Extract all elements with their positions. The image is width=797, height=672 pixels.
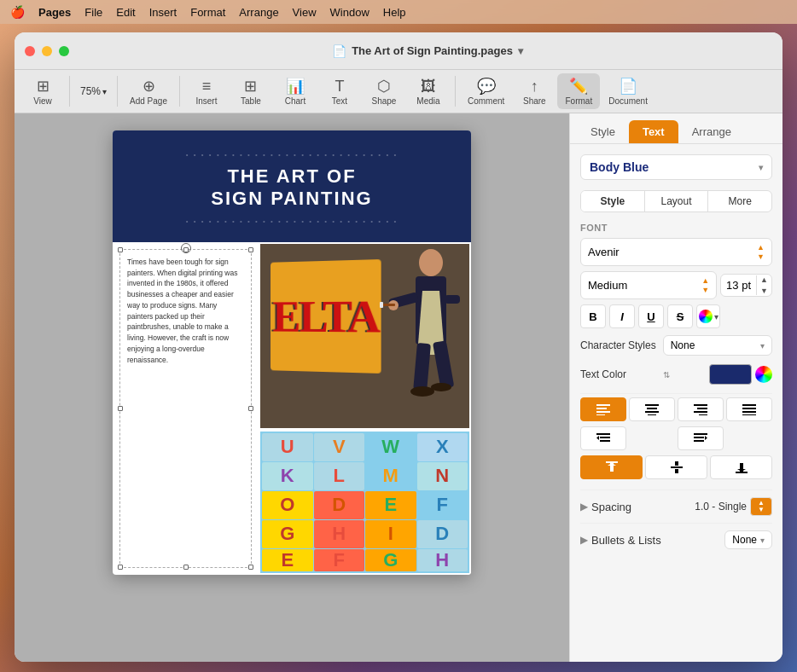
font-name-selector[interactable]: Avenir ▲ ▼ (580, 238, 772, 266)
toolbar-add-page[interactable]: ⊕ Add Page (123, 73, 174, 109)
zoom-control[interactable]: 75% ▾ (75, 82, 112, 101)
menu-file[interactable]: File (84, 6, 102, 19)
title-chevron[interactable]: ▾ (518, 45, 523, 57)
valign-bottom-icon (736, 461, 748, 473)
alpha-E2: E (262, 549, 313, 571)
strikethrough-button[interactable]: S (667, 304, 693, 328)
color-picker-button[interactable] (755, 366, 772, 383)
underline-button[interactable]: U (638, 304, 664, 328)
toolbar-table[interactable]: ⊞ Table (230, 73, 272, 109)
sub-tab-more[interactable]: More (708, 191, 771, 211)
menu-window[interactable]: Window (330, 6, 369, 19)
align-justify-button[interactable] (726, 397, 772, 421)
handle-bottom-right[interactable] (248, 565, 253, 570)
spacing-row[interactable]: ▶ Spacing 1.0 - Single ▲ ▼ (580, 490, 772, 523)
valign-bottom-button[interactable] (710, 455, 772, 479)
document-area: THE ART OF SIGN PAINTING Times have been… (15, 113, 569, 662)
bullets-label: Bullets & Lists (591, 534, 724, 547)
align-left-icon (596, 403, 610, 415)
increase-indent-icon (694, 432, 707, 444)
menu-insert[interactable]: Insert (149, 6, 177, 19)
tab-arrange[interactable]: Arrange (678, 120, 745, 143)
font-size-control[interactable]: 13 pt ▲ ▼ (720, 274, 772, 298)
valign-middle-button[interactable] (645, 455, 707, 479)
chart-label: Chart (285, 96, 305, 106)
align-center-button[interactable] (629, 397, 675, 421)
valign-top-button[interactable] (580, 455, 643, 479)
app-name[interactable]: Pages (38, 6, 71, 19)
font-weight-selector[interactable]: Medium ▲ ▼ (580, 271, 717, 299)
handle-top-right[interactable] (248, 247, 253, 252)
menu-view[interactable]: View (293, 6, 317, 19)
alpha-U: U (262, 433, 313, 461)
text-box[interactable]: Times have been tough for sign painters.… (119, 249, 252, 568)
sub-tab-style[interactable]: Style (581, 191, 645, 211)
alpha-I: I (365, 520, 416, 548)
menu-arrange[interactable]: Arrange (239, 6, 278, 19)
apple-icon[interactable]: 🍎 (10, 5, 25, 19)
minimize-button[interactable] (42, 46, 52, 56)
style-selector[interactable]: Body Blue ▾ (580, 154, 772, 180)
font-size-up[interactable]: ▲ (757, 275, 771, 286)
bullets-row[interactable]: ▶ Bullets & Lists None ▾ (580, 523, 772, 556)
text-color-swatch[interactable] (709, 364, 752, 385)
toolbar-comment[interactable]: 💬 Comment (461, 73, 511, 109)
document-icon: 📄 (332, 44, 346, 58)
handle-bottom-mid[interactable] (183, 565, 189, 570)
italic-button[interactable]: I (609, 304, 635, 328)
spacing-value: 1.0 - Single (695, 501, 747, 513)
toolbar-media[interactable]: 🖼 Media (407, 74, 450, 109)
handle-mid-left[interactable] (118, 406, 123, 411)
color-wheel-icon (699, 310, 713, 323)
svg-rect-44 (736, 472, 748, 473)
painter-image: ELTA (259, 242, 471, 430)
tab-style[interactable]: Style (577, 120, 629, 143)
menubar: 🍎 Pages File Edit Insert Format Arrange … (0, 0, 797, 24)
decrease-indent-button[interactable] (580, 426, 626, 450)
maximize-button[interactable] (59, 46, 69, 56)
font-name-value: Avenir (588, 246, 620, 258)
zoom-value[interactable]: 75% (80, 85, 101, 97)
font-size-down[interactable]: ▼ (757, 286, 771, 297)
increase-indent-button[interactable] (678, 426, 724, 450)
toolbar-chart[interactable]: 📊 Chart (274, 73, 317, 109)
menu-help[interactable]: Help (383, 6, 406, 19)
menu-format[interactable]: Format (190, 6, 225, 19)
align-right-button[interactable] (678, 397, 724, 421)
window-title: 📄 The Art of Sign Painting.pages ▾ (83, 44, 772, 58)
sign-painter-background: ELTA (260, 244, 469, 428)
toolbar-text[interactable]: T Text (318, 74, 361, 109)
handle-bottom-left[interactable] (118, 565, 123, 570)
bold-button[interactable]: B (580, 304, 606, 328)
handle-top-mid[interactable] (183, 247, 189, 252)
menu-edit[interactable]: Edit (116, 6, 135, 19)
align-justify-icon (742, 403, 756, 415)
toolbar-view[interactable]: ⊞ View (21, 73, 64, 109)
toolbar-format[interactable]: ✏️ Format (557, 73, 600, 109)
toolbar-document[interactable]: 📄 Document (602, 73, 654, 109)
handle-top-left[interactable] (118, 247, 123, 252)
alpha-L: L (314, 462, 365, 490)
spacing-stepper[interactable]: ▲ ▼ (750, 497, 772, 516)
close-button[interactable] (25, 46, 35, 56)
handle-mid-right[interactable] (248, 406, 253, 411)
document-icon2: 📄 (619, 77, 637, 96)
decrease-indent-icon (596, 432, 610, 444)
svg-rect-36 (694, 440, 704, 442)
toolbar-share[interactable]: ↑ Share (513, 74, 556, 109)
char-styles-label: Character Styles (580, 339, 656, 351)
alignment-grid (580, 397, 772, 421)
svg-rect-28 (742, 411, 756, 413)
svg-rect-32 (600, 440, 610, 442)
toolbar-shape[interactable]: ⬡ Shape (363, 73, 405, 109)
bullets-selector[interactable]: None ▾ (724, 530, 772, 549)
toolbar-insert[interactable]: ≡ Insert (185, 74, 228, 109)
sub-tab-layout[interactable]: Layout (645, 191, 709, 211)
alpha-D2: D (417, 520, 468, 548)
text-color-arrows[interactable]: ⇅ (663, 370, 670, 379)
tab-text[interactable]: Text (629, 120, 678, 143)
char-styles-selector[interactable]: None ▾ (663, 335, 772, 356)
svg-rect-7 (413, 343, 431, 391)
text-effects-button[interactable]: ▾ (696, 304, 720, 328)
align-left-button[interactable] (580, 397, 626, 421)
